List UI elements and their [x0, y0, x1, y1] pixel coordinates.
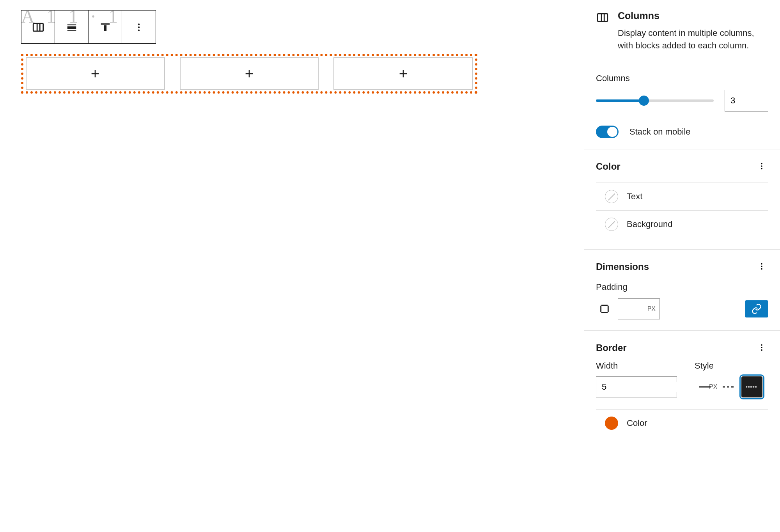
- border-panel-options[interactable]: [755, 341, 768, 355]
- color-swatch-icon: [605, 417, 618, 430]
- align-top-icon: [99, 21, 111, 33]
- dimensions-heading: Dimensions: [596, 261, 649, 272]
- svg-point-9: [138, 27, 140, 28]
- empty-swatch-icon: [605, 190, 618, 203]
- svg-point-8: [138, 23, 140, 25]
- border-style-dashed[interactable]: [718, 376, 739, 397]
- text-color-label: Text: [627, 192, 642, 202]
- color-panel: Color Text Background: [584, 149, 780, 250]
- svg-point-15: [761, 165, 762, 167]
- padding-input[interactable]: [626, 304, 647, 313]
- svg-rect-7: [104, 25, 106, 31]
- svg-rect-4: [67, 27, 76, 30]
- padding-sides-button[interactable]: [596, 300, 613, 317]
- more-options-button[interactable]: [122, 11, 156, 44]
- column-appender-3[interactable]: [333, 57, 473, 90]
- align-wide-icon: [66, 21, 78, 33]
- columns-icon: [32, 21, 45, 34]
- more-vertical-icon: [757, 162, 766, 170]
- block-toolbar: [21, 10, 156, 44]
- more-vertical-icon: [757, 262, 766, 271]
- link-icon: [751, 303, 762, 314]
- svg-rect-6: [101, 23, 110, 25]
- stack-on-mobile-label: Stack on mobile: [629, 127, 691, 137]
- border-width-input-wrapper: PX: [596, 376, 677, 397]
- block-type-columns-button[interactable]: [21, 11, 55, 44]
- dimensions-panel-options[interactable]: [755, 260, 768, 274]
- border-style-label: Style: [695, 361, 762, 371]
- stack-on-mobile-toggle[interactable]: [596, 126, 619, 138]
- background-color-label: Background: [627, 219, 672, 229]
- settings-sidebar: Columns Display content in multiple colu…: [584, 0, 780, 532]
- padding-input-wrapper: PX: [618, 298, 660, 319]
- svg-rect-11: [597, 14, 608, 21]
- svg-point-16: [761, 168, 762, 169]
- padding-label: Padding: [596, 282, 768, 292]
- vertical-alignment-button[interactable]: [89, 11, 122, 44]
- plus-icon: [397, 67, 410, 80]
- columns-count-slider[interactable]: [596, 99, 714, 102]
- color-panel-options[interactable]: [755, 160, 768, 174]
- plus-icon: [243, 67, 255, 80]
- svg-point-21: [761, 347, 762, 348]
- columns-icon: [596, 11, 609, 24]
- border-style-solid[interactable]: [695, 376, 716, 397]
- text-color-button[interactable]: Text: [596, 183, 768, 211]
- block-description: Display content in multiple columns, wit…: [618, 27, 768, 52]
- column-appender-1[interactable]: [26, 57, 165, 90]
- columns-settings-panel: Columns Stack on mobile: [584, 63, 780, 149]
- columns-count-input[interactable]: [725, 90, 768, 112]
- svg-rect-3: [67, 25, 76, 26]
- svg-rect-0: [33, 23, 43, 31]
- column-appender-2[interactable]: [180, 57, 319, 90]
- solid-line-icon: [699, 386, 711, 388]
- box-sides-icon: [599, 303, 610, 314]
- border-color-button[interactable]: Color: [596, 410, 768, 437]
- change-alignment-button[interactable]: [55, 11, 89, 44]
- color-heading: Color: [596, 161, 620, 172]
- border-style-dotted[interactable]: [741, 376, 762, 397]
- svg-point-14: [761, 163, 762, 165]
- svg-point-17: [761, 263, 762, 265]
- background-color-button[interactable]: Background: [596, 211, 768, 238]
- more-vertical-icon: [757, 343, 766, 352]
- svg-point-10: [138, 29, 140, 31]
- svg-rect-5: [67, 30, 76, 32]
- dashed-line-icon: [723, 386, 734, 388]
- columns-block-selected[interactable]: [21, 54, 477, 94]
- block-title: Columns: [618, 10, 768, 21]
- svg-point-19: [761, 268, 762, 270]
- border-heading: Border: [596, 342, 627, 353]
- dimensions-panel: Dimensions Padding PX: [584, 250, 780, 331]
- border-width-label: Width: [596, 361, 677, 371]
- more-vertical-icon: [134, 22, 144, 32]
- plus-icon: [89, 67, 101, 80]
- editor-canvas[interactable]: A 1 1 · 1: [0, 0, 584, 532]
- block-card: Columns Display content in multiple colu…: [584, 0, 780, 63]
- empty-swatch-icon: [605, 218, 618, 231]
- svg-point-22: [761, 349, 762, 351]
- border-width-input[interactable]: [602, 382, 709, 392]
- svg-point-18: [761, 266, 762, 267]
- columns-count-label: Columns: [596, 73, 768, 83]
- padding-unit: PX: [647, 305, 656, 312]
- dotted-line-icon: [746, 386, 758, 388]
- link-sides-button[interactable]: [745, 300, 768, 317]
- border-panel: Border Width PX Style: [584, 331, 780, 448]
- svg-point-20: [761, 344, 762, 346]
- border-color-label: Color: [627, 418, 647, 428]
